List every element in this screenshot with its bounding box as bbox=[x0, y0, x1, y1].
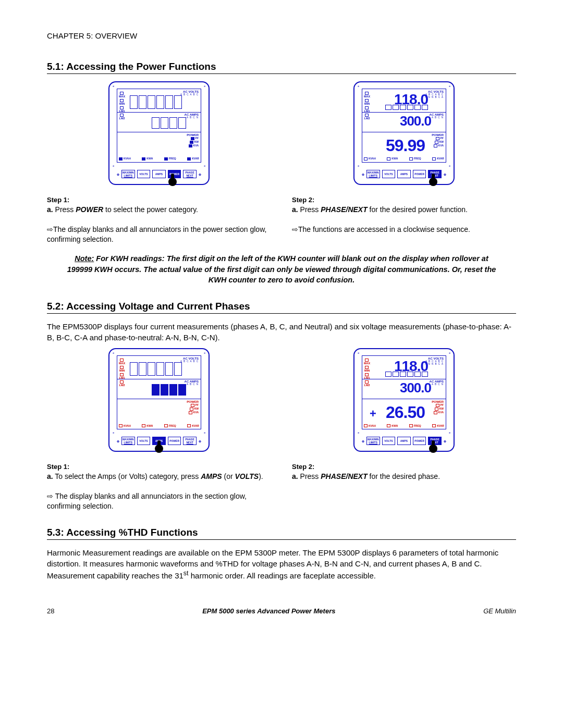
btn-phase[interactable]: PHASENEXT bbox=[183, 170, 197, 178]
reading-power: 26.50 bbox=[386, 404, 425, 421]
finger-icon bbox=[429, 175, 438, 187]
step1-label-52: Step 1: bbox=[47, 463, 69, 471]
btn-volts[interactable]: VOLTS bbox=[382, 437, 396, 445]
btn-power[interactable]: POWER bbox=[168, 437, 181, 445]
finger-icon bbox=[154, 441, 164, 454]
meter-power-reading: ⊕⊕⊕⊕ MAX MIN LM1 LM2 AC VOLTSA B C A B C… bbox=[353, 81, 455, 185]
section-5-2-figures: ⊕⊕⊕⊕ MAX MIN LM1 LM2 AC VOLTSA B C A B C bbox=[47, 348, 516, 511]
btn-volts[interactable]: VOLTS bbox=[382, 170, 396, 178]
section-5-1-title: 5.1: Accessing the Power Functions bbox=[47, 61, 516, 74]
meter-blank-amps: ⊕⊕⊕⊕ MAX MIN LM1 LM2 AC VOLTSA B C A B C bbox=[108, 348, 210, 452]
btn-amps[interactable]: AMPS bbox=[397, 170, 411, 178]
page-number: 28 bbox=[47, 607, 54, 615]
footer-title: EPM 5000 series Advanced Power Meters bbox=[202, 607, 335, 615]
finger-icon bbox=[168, 175, 177, 187]
step1-result-52: ⇨ The display blanks and all annunciator… bbox=[47, 492, 247, 510]
btn-maxmin[interactable]: MAX/MINLIMITS bbox=[366, 437, 380, 445]
step2-result: ⇨The functions are accessed in a clockwi… bbox=[292, 225, 470, 233]
footer-brand: GE Multilin bbox=[483, 607, 516, 615]
btn-phase[interactable]: PHASENEXT bbox=[183, 437, 197, 445]
step1-label: Step 1: bbox=[47, 196, 69, 204]
section-5-3-body: Harmonic Measurement readings are availa… bbox=[47, 547, 516, 581]
btn-power[interactable]: POWER bbox=[413, 170, 426, 178]
meter-blank-power: ⊕⊕⊕⊕ MAX MIN LM1 LM2 AC VOLTSA B C A B C bbox=[108, 81, 210, 185]
section-5-1-figures: ⊕⊕⊕⊕ MAX MIN LM1 LM2 AC VOLTSA B C A B C bbox=[47, 81, 516, 244]
btn-maxmin[interactable]: MAX/MINLIMITS bbox=[121, 437, 135, 445]
section-5-2-title: 5.2: Accessing Voltage and Current Phase… bbox=[47, 301, 516, 314]
step2-label-52: Step 2: bbox=[292, 463, 314, 471]
section-5-2-intro: The EPM5300P displays four current measu… bbox=[47, 321, 516, 343]
plus-sign: + bbox=[370, 407, 376, 421]
step1-result: ⇨The display blanks and all annunciators… bbox=[47, 225, 266, 243]
step2-label: Step 2: bbox=[292, 196, 314, 204]
reading-amps: 300.0 bbox=[400, 114, 431, 128]
chapter-heading: CHAPTER 5: OVERVIEW bbox=[47, 31, 516, 40]
reading-amps: 300.0 bbox=[400, 381, 431, 394]
btn-volts[interactable]: VOLTS bbox=[137, 170, 151, 178]
btn-amps[interactable]: AMPS bbox=[152, 170, 166, 178]
page-footer: 28 EPM 5000 series Advanced Power Meters… bbox=[47, 607, 516, 615]
btn-maxmin[interactable]: MAX/MINLIMITS bbox=[121, 170, 135, 178]
btn-power[interactable]: POWER bbox=[413, 437, 426, 445]
btn-amps[interactable]: AMPS bbox=[397, 437, 411, 445]
finger-icon bbox=[429, 441, 438, 454]
section-5-3-title: 5.3: Accessing %THD Functions bbox=[47, 527, 516, 540]
reading-power: 59.99 bbox=[386, 137, 425, 154]
meter-phase-reading: ⊕⊕⊕⊕ MAX MIN LM1 LM2 AC VOLTSA B C A B C… bbox=[353, 348, 455, 452]
btn-volts[interactable]: VOLTS bbox=[137, 437, 151, 445]
kwh-note: Note: For KWH readings: The first digit … bbox=[63, 253, 500, 285]
btn-maxmin[interactable]: MAX/MINLIMITS bbox=[366, 170, 380, 178]
